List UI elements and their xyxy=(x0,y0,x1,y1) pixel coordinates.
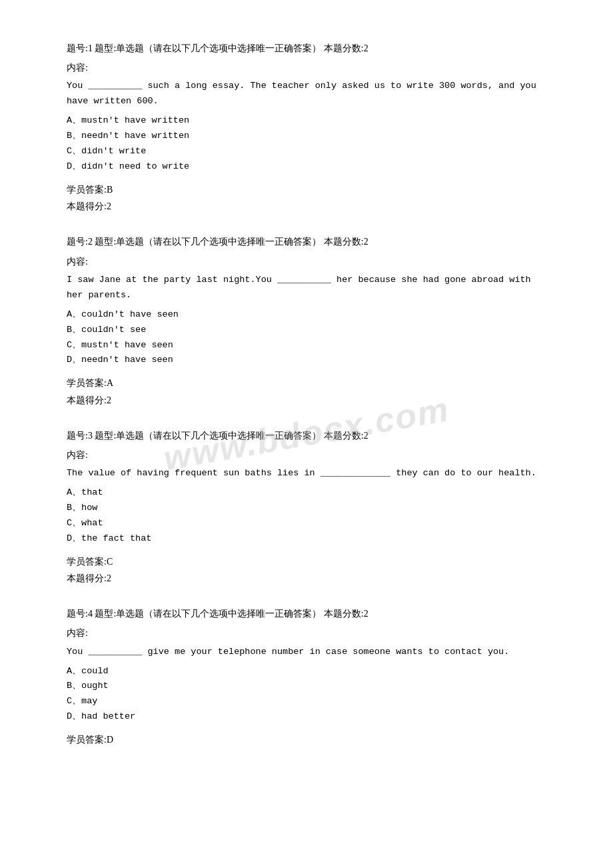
question-header-2: 题号:2 题型:单选题（请在以下几个选项中选择唯一正确答案） 本题分数:2 xyxy=(67,233,546,250)
question-block-4: 题号:4 题型:单选题（请在以下几个选项中选择唯一正确答案） 本题分数:2内容:… xyxy=(67,605,546,748)
question-header-3: 题号:3 题型:单选题（请在以下几个选项中选择唯一正确答案） 本题分数:2 xyxy=(67,427,546,444)
option-4-1: A、could xyxy=(67,664,546,679)
questions-container: 题号:1 题型:单选题（请在以下几个选项中选择唯一正确答案） 本题分数:2内容:… xyxy=(67,40,546,748)
question-block-3: 题号:3 题型:单选题（请在以下几个选项中选择唯一正确答案） 本题分数:2内容:… xyxy=(67,427,546,587)
question-text-1: You __________ such a long essay. The te… xyxy=(67,79,546,109)
option-4-4: D、had better xyxy=(67,709,546,725)
student-answer-2: 学员答案:A xyxy=(67,375,546,391)
option-4-2: B、ought xyxy=(67,679,546,694)
score-label-1: 本题得分:2 xyxy=(67,198,546,215)
question-block-2: 题号:2 题型:单选题（请在以下几个选项中选择唯一正确答案） 本题分数:2内容:… xyxy=(67,233,546,408)
student-answer-3: 学员答案:C xyxy=(67,553,546,570)
option-1-1: A、mustn't have written xyxy=(67,113,546,129)
question-header-4: 题号:4 题型:单选题（请在以下几个选项中选择唯一正确答案） 本题分数:2 xyxy=(67,605,546,622)
question-text-3: The value of having frequent sun baths l… xyxy=(67,466,546,481)
option-1-2: B、needn't have written xyxy=(67,129,546,144)
option-2-1: A、couldn't have seen xyxy=(67,307,546,323)
option-3-4: D、the fact that xyxy=(67,531,546,547)
answer-section-2: 学员答案:A本题得分:2 xyxy=(67,375,546,408)
option-3-1: A、that xyxy=(67,485,546,501)
option-3-2: B、how xyxy=(67,501,546,516)
content-label-4: 内容: xyxy=(67,625,546,641)
option-2-4: D、needn't have seen xyxy=(67,353,546,368)
option-1-3: C、didn't write xyxy=(67,144,546,159)
student-answer-1: 学员答案:B xyxy=(67,181,546,198)
option-3-3: C、what xyxy=(67,516,546,531)
score-label-3: 本题得分:2 xyxy=(67,570,546,587)
answer-section-4: 学员答案:D xyxy=(67,731,546,748)
question-header-1: 题号:1 题型:单选题（请在以下几个选项中选择唯一正确答案） 本题分数:2 xyxy=(67,40,546,57)
option-4-3: C、may xyxy=(67,694,546,709)
question-text-4: You __________ give me your telephone nu… xyxy=(67,645,546,660)
option-2-3: C、mustn't have seen xyxy=(67,338,546,353)
option-2-2: B、couldn't see xyxy=(67,323,546,338)
answer-section-3: 学员答案:C本题得分:2 xyxy=(67,553,546,587)
question-block-1: 题号:1 题型:单选题（请在以下几个选项中选择唯一正确答案） 本题分数:2内容:… xyxy=(67,40,546,215)
content-label-1: 内容: xyxy=(67,59,546,76)
student-answer-4: 学员答案:D xyxy=(67,731,546,748)
content-label-3: 内容: xyxy=(67,447,546,463)
answer-section-1: 学员答案:B本题得分:2 xyxy=(67,181,546,215)
option-1-4: D、didn't need to write xyxy=(67,159,546,175)
question-text-2: I saw Jane at the party last night.You _… xyxy=(67,273,546,303)
score-label-2: 本题得分:2 xyxy=(67,392,546,409)
content-label-2: 内容: xyxy=(67,253,546,270)
